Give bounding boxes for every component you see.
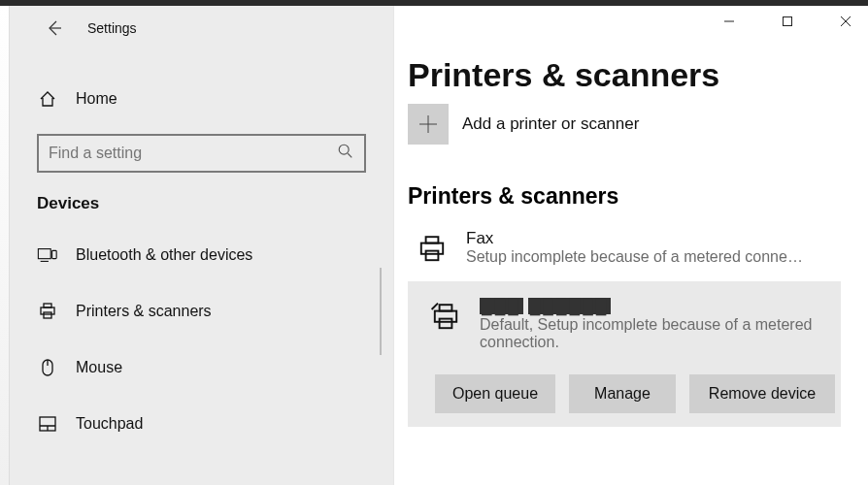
- add-icon[interactable]: [408, 104, 449, 145]
- settings-window: Settings Home Devices: [0, 6, 868, 485]
- home-icon: [37, 89, 58, 109]
- maximize-button[interactable]: [773, 10, 802, 33]
- home-label: Home: [76, 90, 117, 108]
- svg-rect-14: [440, 319, 452, 329]
- svg-rect-11: [426, 251, 439, 261]
- sidebar-list: Bluetooth & other devices Printers & sca…: [10, 227, 393, 452]
- window-title: Settings: [87, 20, 137, 36]
- device-fax[interactable]: Fax Setup incomplete because of a metere…: [408, 227, 868, 281]
- add-printer-label: Add a printer or scanner: [462, 114, 639, 134]
- add-printer-row[interactable]: Add a printer or scanner: [408, 104, 868, 145]
- back-icon[interactable]: [37, 18, 72, 38]
- background-sliver: [0, 6, 10, 485]
- scrollbar[interactable]: [380, 268, 382, 355]
- sidebar-item-label: Mouse: [76, 359, 122, 376]
- svg-rect-13: [435, 311, 456, 322]
- minimize-button[interactable]: [715, 10, 744, 33]
- svg-point-0: [339, 145, 349, 154]
- printer-icon: [425, 297, 466, 338]
- svg-rect-8: [784, 17, 792, 26]
- sidebar-item-label: Touchpad: [76, 415, 143, 433]
- sidebar-item-printers[interactable]: Printers & scanners: [10, 283, 393, 340]
- search-icon: [337, 143, 354, 164]
- svg-rect-5: [44, 312, 51, 318]
- sidebar-section-header: Devices: [10, 194, 393, 227]
- printer-icon: [37, 302, 58, 321]
- window-controls: [715, 10, 860, 33]
- search-box[interactable]: [37, 134, 366, 173]
- sidebar-item-touchpad[interactable]: Touchpad: [10, 396, 393, 452]
- close-button[interactable]: [831, 10, 860, 33]
- printer-icon: [412, 229, 452, 270]
- nav-top: Home: [10, 50, 393, 120]
- remove-device-button[interactable]: Remove device: [689, 374, 835, 413]
- home-nav[interactable]: Home: [37, 78, 366, 120]
- svg-rect-1: [38, 249, 50, 259]
- sidebar-item-mouse[interactable]: Mouse: [10, 340, 393, 396]
- list-heading: Printers & scanners: [408, 183, 868, 210]
- svg-rect-4: [41, 307, 54, 314]
- devices-icon: [37, 245, 58, 265]
- mouse-icon: [37, 358, 58, 377]
- manage-button[interactable]: Manage: [569, 374, 676, 413]
- header-row: Settings: [10, 6, 393, 50]
- main-pane: Printers & scanners Add a printer or sca…: [394, 6, 868, 485]
- svg-rect-10: [421, 243, 443, 254]
- device-status: Setup incomplete because of a metered co…: [466, 248, 839, 266]
- search-input[interactable]: [49, 145, 337, 162]
- svg-rect-9: [426, 237, 439, 242]
- device-actions: Open queue Manage Remove device: [435, 374, 835, 413]
- sidebar: Settings Home Devices: [0, 6, 394, 485]
- open-queue-button[interactable]: Open queue: [435, 374, 555, 413]
- device-selected[interactable]: ███ ██████ Default, Setup incomplete bec…: [408, 281, 841, 427]
- svg-rect-2: [52, 250, 57, 258]
- sidebar-item-label: Printers & scanners: [76, 303, 212, 320]
- device-status: Default, Setup incomplete because of a m…: [480, 316, 825, 351]
- sidebar-item-bluetooth[interactable]: Bluetooth & other devices: [10, 227, 393, 283]
- sidebar-item-label: Bluetooth & other devices: [76, 246, 252, 264]
- touchpad-icon: [37, 415, 58, 433]
- device-name: ███ ██████: [480, 297, 825, 316]
- device-name: Fax: [466, 229, 839, 248]
